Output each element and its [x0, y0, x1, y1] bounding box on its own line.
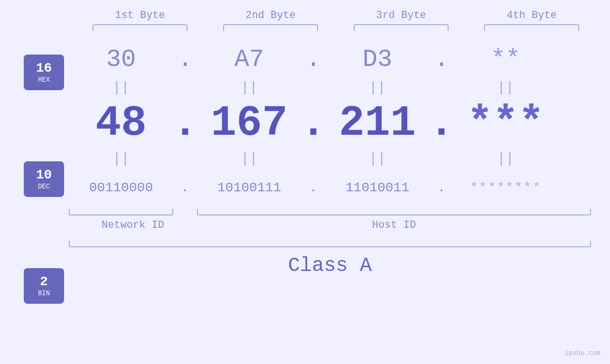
dec-name: DEC — [38, 183, 50, 190]
hex-dot3: . — [430, 46, 453, 74]
dec-b4: *** — [453, 99, 558, 148]
bottom-bracket-host — [197, 209, 591, 215]
bin-b4: ******** — [453, 180, 558, 195]
hex-b1: 30 — [69, 46, 173, 74]
dec-dot2: . — [301, 99, 325, 148]
bracket-byte1 — [93, 24, 188, 31]
bin-b3: 11010011 — [325, 180, 430, 195]
dec-b3: 211 — [325, 99, 430, 148]
full-bracket — [69, 241, 591, 247]
byte4-header: 4th Byte — [484, 9, 579, 21]
eq2-b4: || — [453, 151, 558, 167]
bin-b2: 10100111 — [197, 180, 301, 195]
bracket-byte3 — [354, 24, 449, 31]
hex-dot1: . — [173, 46, 197, 74]
bin-b1: 00110000 — [69, 180, 173, 195]
bin-name: BIN — [38, 289, 50, 297]
dec-row: 48 . 167 . 211 . *** — [69, 97, 591, 149]
hex-b2: A7 — [197, 46, 301, 74]
eq1-b4: || — [453, 80, 558, 96]
bin-number: 2 — [40, 275, 48, 289]
byte-headers: 1st Byte 2nd Byte 3rd Byte 4th Byte — [75, 0, 597, 21]
byte1-header: 1st Byte — [93, 9, 188, 21]
eq1-b1: || — [69, 80, 173, 96]
bin-row: 00110000 . 10100111 . 11010011 . — [69, 168, 591, 206]
bracket-byte4 — [484, 24, 579, 31]
dec-badge: 10 DEC — [24, 161, 64, 197]
byte2-header: 2nd Byte — [223, 9, 318, 21]
equals-row-1: || || || || — [69, 78, 591, 97]
hex-number: 16 — [36, 61, 52, 76]
bottom-bracket-network — [69, 209, 173, 215]
dec-b2: 167 — [197, 99, 301, 148]
dec-dot3: . — [430, 99, 453, 148]
id-labels: Network ID Host ID — [69, 219, 591, 231]
dec-b1: 48 — [69, 99, 173, 148]
bin-badge: 2 BIN — [24, 268, 64, 304]
bin-dot1: . — [173, 180, 197, 195]
eq1-b2: || — [197, 80, 301, 96]
base-labels: 16 HEX 10 DEC 2 BIN — [0, 40, 64, 304]
host-id-label: Host ID — [197, 219, 591, 231]
eq2-b1: || — [69, 151, 173, 167]
eq2-b3: || — [325, 151, 430, 167]
byte3-header: 3rd Byte — [354, 9, 449, 21]
bin-dot3: . — [430, 180, 453, 195]
top-brackets — [75, 24, 597, 31]
eq1-b3: || — [325, 80, 430, 96]
eq2-b2: || — [197, 151, 301, 167]
dec-dot1: . — [173, 99, 197, 148]
hex-b3: D3 — [325, 46, 430, 74]
hex-name: HEX — [38, 76, 50, 84]
hex-badge: 16 HEX — [24, 55, 64, 90]
network-id-label: Network ID — [69, 219, 197, 231]
class-label: Class A — [69, 254, 591, 277]
hex-dot2: . — [301, 46, 325, 74]
hex-row: 30 . A7 . D3 . ** — [69, 40, 591, 78]
main-container: 1st Byte 2nd Byte 3rd Byte 4th Byte 16 H… — [0, 0, 610, 364]
bracket-byte2 — [223, 24, 318, 31]
watermark: ipshu.com — [564, 349, 601, 357]
equals-row-2: || || || || — [69, 149, 591, 168]
hex-b4: ** — [453, 46, 558, 74]
dec-number: 10 — [36, 168, 52, 183]
bin-dot2: . — [301, 180, 325, 195]
